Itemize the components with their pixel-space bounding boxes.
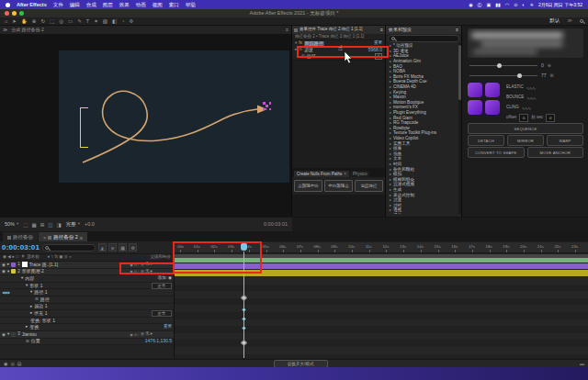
tool-icon[interactable]: ⊕ xyxy=(32,18,37,24)
composition-canvas[interactable] xyxy=(58,50,290,184)
property-row[interactable]: ▸描边 1 xyxy=(0,304,174,311)
layer-switches[interactable]: ◉ ⊙ ∕ xyxy=(130,263,139,267)
effects-category-item[interactable]: 通道 xyxy=(386,213,461,214)
timeline-bottom-icon[interactable]: ▤ xyxy=(17,362,22,366)
mini-button-label[interactable]: CLING xyxy=(506,106,519,110)
menu-item-9[interactable]: 帮助 xyxy=(186,2,196,8)
tool-icon[interactable]: ⬚ xyxy=(50,18,54,24)
layer-name[interactable]: Jiantou xyxy=(22,332,37,337)
layer-label-chip[interactable] xyxy=(11,263,16,267)
timeline-track-area[interactable]: :00s01s02s03s04s05s06s07s08s09s10s11s12s… xyxy=(175,242,588,358)
view-option-icon[interactable]: ◨ xyxy=(57,222,62,228)
chevron-down-icon[interactable]: ▾ xyxy=(150,263,152,267)
keyframe-navigator[interactable]: ◀◆▶ xyxy=(2,290,13,295)
status-icon[interactable]: Ⓒ xyxy=(478,2,482,7)
script-button-1[interactable]: 空白跟随点 xyxy=(324,180,353,192)
expand-arrow-icon[interactable]: ▾ xyxy=(295,41,297,46)
time-ruler[interactable]: :00s01s02s03s04s05s06s07s08s09s10s11s12s… xyxy=(175,242,588,253)
expand-arrow-icon[interactable]: ▸ xyxy=(26,325,28,330)
menubar-clock[interactable]: 2月6日 周日 下午3:52 xyxy=(538,3,582,7)
blend-mode-dropdown[interactable]: 正常 xyxy=(152,283,172,289)
property-name[interactable]: 路径 xyxy=(40,297,50,302)
tool-icon[interactable]: ▨ xyxy=(103,18,107,24)
tool-icon[interactable]: ✋ xyxy=(21,18,28,24)
tool-icon[interactable]: ↻ xyxy=(40,18,45,24)
property-name[interactable]: 变换 xyxy=(29,325,39,330)
property-name[interactable]: 变换: 形状 1 xyxy=(30,319,55,323)
layer-name[interactable]: Trace 路..[1.1] xyxy=(29,263,59,267)
panel-collapse-icon[interactable]: ≫ xyxy=(3,28,7,32)
effects-search-input[interactable] xyxy=(388,35,459,42)
timeline-tab-2[interactable]: × 路径备份 2 ≡ xyxy=(39,232,87,241)
tool-icon[interactable]: ⌂ xyxy=(5,18,7,24)
tab-physics[interactable]: Physics xyxy=(350,171,370,178)
stopwatch-icon[interactable]: ⊙ xyxy=(26,340,29,344)
slider-handle[interactable] xyxy=(497,63,502,68)
exposure-value[interactable]: +0.0 xyxy=(85,222,95,228)
timeline-bottom-icon[interactable]: ◎ xyxy=(10,362,14,366)
property-row[interactable]: 变换: 形状 1 xyxy=(0,318,174,325)
current-time-display[interactable]: 0:00:03:01 xyxy=(2,243,40,251)
footer-button[interactable]: CONVERT TO SHAPE xyxy=(468,147,525,158)
expand-arrow-icon[interactable]: ▸ xyxy=(30,305,32,309)
expand-arrow-icon[interactable]: ▸ xyxy=(7,263,9,267)
timeline-toggle-icon[interactable]: ⚙ xyxy=(129,243,137,251)
progress-value[interactable]: 5968.0 xyxy=(368,48,382,52)
plus-icon[interactable]: ⊕ xyxy=(548,63,551,68)
collapse-icon[interactable]: ▬ xyxy=(580,362,584,366)
expand-arrow-icon[interactable]: ▸ xyxy=(30,311,32,316)
offset-input[interactable]: 0 xyxy=(519,114,528,122)
tool-icon[interactable]: ▭ xyxy=(68,18,73,24)
pickwhip-icon[interactable]: ◎ xyxy=(141,332,144,337)
effect-reset-link[interactable]: 重置 xyxy=(374,41,382,46)
chevron-down-icon[interactable]: ▾ xyxy=(150,332,152,337)
layer-switches[interactable]: ◉ ⊙ ∕ xyxy=(130,332,139,337)
status-icon[interactable]: ☀ xyxy=(529,2,533,7)
status-icon[interactable]: ◠ xyxy=(505,2,509,7)
magnification-dropdown[interactable]: 50%▾ xyxy=(5,222,18,228)
view-option-icon[interactable]: ▦ xyxy=(31,222,36,228)
preset-tile[interactable] xyxy=(485,100,500,115)
script-button-2[interactable]: 追踪路径 xyxy=(355,180,383,192)
property-row[interactable]: ▾形状 1正常 xyxy=(0,283,174,290)
loop-checkbox[interactable]: ✓ xyxy=(375,53,382,60)
menu-item-app[interactable]: After Effects xyxy=(17,2,47,7)
property-name[interactable]: 描边 1 xyxy=(34,304,47,308)
status-icon[interactable]: ◐ xyxy=(522,2,525,7)
stopwatch-icon[interactable]: ⊙ xyxy=(301,54,305,59)
property-row[interactable]: ▸填充 1正常 xyxy=(0,310,174,318)
effect-controls-tab[interactable]: 效果控件 Trace 路径 2:路径 1 [1.1] xyxy=(300,28,363,32)
layer-name[interactable]: 形状图层 2 xyxy=(22,269,44,274)
add-menu[interactable]: 添加: ◉ xyxy=(158,276,172,281)
property-name[interactable]: 形状 1 xyxy=(29,284,42,288)
menu-item-8[interactable]: 窗口 xyxy=(169,2,179,8)
property-name[interactable]: 路径 1 xyxy=(34,290,47,295)
sequence-button[interactable]: SEQUENCE xyxy=(468,123,583,134)
expand-arrow-icon[interactable]: ▸ xyxy=(295,48,297,52)
property-name[interactable]: 内容 xyxy=(25,276,34,281)
tool-icon[interactable]: ➤ xyxy=(12,18,17,24)
playhead-handle[interactable] xyxy=(241,243,247,251)
resolution-dropdown[interactable]: 完整▾ xyxy=(66,222,80,228)
property-row[interactable]: ▾内容添加: ◉ xyxy=(0,275,174,283)
parent-link-column[interactable]: 父级和链接 xyxy=(151,255,172,260)
parent-value[interactable]: 无 xyxy=(145,270,150,274)
menu-item-7[interactable]: 视图 xyxy=(153,2,163,8)
pickwhip-icon[interactable]: ◎ xyxy=(141,270,144,274)
parent-dropdown[interactable]: ◎无▾ xyxy=(141,270,172,274)
close-tab-icon[interactable]: × xyxy=(344,173,346,177)
panel-menu-icon[interactable]: ≡ xyxy=(80,235,83,240)
chevron-down-icon[interactable]: ▾ xyxy=(150,270,152,274)
small-button[interactable]: MIRROR xyxy=(507,135,544,146)
panel-menu-icon[interactable]: ≡ xyxy=(380,28,383,32)
menu-item-6[interactable]: 动画 xyxy=(136,2,146,8)
close-tab-icon[interactable]: × xyxy=(43,235,46,240)
search-icon[interactable] xyxy=(580,19,583,23)
property-value[interactable]: 1476.1,130.5 xyxy=(145,339,172,343)
menu-item-4[interactable]: 图层 xyxy=(103,2,113,8)
mini-button-label[interactable]: ELASTIC xyxy=(506,85,524,90)
footer-button[interactable]: MOVE ANCHOR xyxy=(527,147,584,158)
layer-duration-bar-2[interactable] xyxy=(175,263,588,269)
grid-icon[interactable]: ⊞ xyxy=(550,73,554,78)
expand-arrow-icon[interactable]: ▾ xyxy=(21,276,23,281)
